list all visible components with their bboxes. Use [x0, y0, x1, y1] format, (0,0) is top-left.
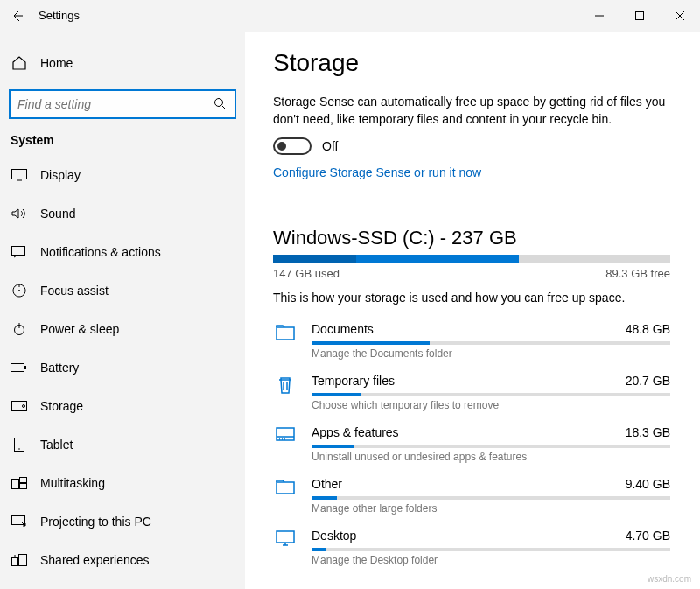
- category-size: 4.70 GB: [626, 529, 670, 543]
- notifications-icon: [10, 246, 28, 258]
- category-fill: [312, 341, 430, 345]
- documents-icon: [273, 324, 298, 360]
- drive-title: Windows-SSD (C:) - 237 GB: [273, 227, 670, 249]
- display-icon: [10, 169, 28, 181]
- focus-assist-icon: [10, 283, 28, 298]
- desktop-icon: [273, 530, 298, 566]
- svg-point-9: [23, 405, 25, 408]
- arrow-left-icon: [10, 9, 24, 23]
- category-hint: Manage other large folders: [312, 502, 670, 515]
- tablet-icon: [10, 438, 28, 452]
- toggle-state-label: Off: [322, 139, 338, 153]
- category-name: Apps & features: [312, 425, 399, 439]
- sidebar-item-sound[interactable]: Sound: [0, 194, 245, 233]
- battery-icon: [10, 362, 28, 373]
- used-label: 147 GB used: [273, 267, 340, 280]
- category-bar: [312, 445, 670, 448]
- search-input[interactable]: [18, 97, 214, 111]
- sidebar-item-projecting[interactable]: Projecting to this PC: [0, 502, 245, 541]
- sidebar-item-shared-experiences[interactable]: Shared experiences: [0, 541, 245, 579]
- svg-rect-19: [276, 428, 294, 440]
- sidebar-item-label: Display: [40, 168, 80, 182]
- close-button[interactable]: [660, 0, 700, 32]
- category-hint: Choose which temporary files to remove: [312, 399, 670, 411]
- svg-rect-14: [20, 484, 27, 489]
- category-fill: [312, 548, 326, 551]
- svg-rect-8: [12, 402, 27, 411]
- search-container: [9, 89, 236, 119]
- sidebar-item-label: Focus assist: [40, 284, 108, 298]
- main-panel: Storage Storage Sense can automatically …: [245, 32, 700, 589]
- sidebar-item-label: Tablet: [40, 438, 73, 452]
- drive-usage-bar: [273, 255, 670, 263]
- category-fill: [312, 496, 337, 500]
- sidebar-item-label: Projecting to this PC: [40, 515, 151, 529]
- sidebar-item-label: Notifications & actions: [40, 245, 161, 259]
- home-button[interactable]: Home: [0, 44, 245, 82]
- sidebar-item-power-sleep[interactable]: Power & sleep: [0, 310, 245, 348]
- category-temporary-files[interactable]: Temporary files 20.7 GB Choose which tem…: [273, 368, 670, 420]
- trash-icon: [273, 375, 298, 411]
- drive-usage-subfill: [273, 255, 356, 263]
- category-desktop[interactable]: Desktop 4.70 GB Manage the Desktop folde…: [273, 523, 670, 575]
- svg-rect-2: [12, 170, 27, 179]
- category-other[interactable]: Other 9.40 GB Manage other large folders: [273, 472, 670, 523]
- free-label: 89.3 GB free: [606, 267, 670, 280]
- svg-point-1: [215, 98, 223, 106]
- sidebar-item-battery[interactable]: Battery: [0, 348, 245, 387]
- category-bar: [312, 393, 670, 396]
- sidebar-item-notifications[interactable]: Notifications & actions: [0, 233, 245, 271]
- category-hint: Manage the Desktop folder: [312, 554, 670, 566]
- sound-icon: [10, 207, 28, 220]
- nav-list: Display Sound Notifications & actions Fo…: [0, 156, 245, 579]
- sidebar-item-display[interactable]: Display: [0, 156, 245, 194]
- category-bar: [312, 341, 670, 345]
- maximize-button[interactable]: [620, 0, 660, 32]
- sidebar-item-label: Shared experiences: [40, 553, 150, 567]
- sidebar-item-focus-assist[interactable]: Focus assist: [0, 271, 245, 310]
- configure-storage-sense-link[interactable]: Configure Storage Sense or run it now: [273, 165, 670, 179]
- svg-rect-7: [24, 366, 26, 369]
- category-documents[interactable]: Documents 48.8 GB Manage the Documents f…: [273, 317, 670, 368]
- toggle-knob: [277, 142, 286, 151]
- sidebar-item-label: Multitasking: [40, 476, 105, 490]
- svg-rect-21: [276, 531, 294, 543]
- folder-icon: [273, 479, 298, 515]
- storage-sense-description: Storage Sense can automatically free up …: [273, 93, 670, 129]
- category-bar: [312, 496, 670, 500]
- category-apps-features[interactable]: Apps & features 18.3 GB Uninstall unused…: [273, 420, 670, 472]
- category-fill: [312, 445, 354, 448]
- category-name: Desktop: [312, 529, 356, 543]
- category-size: 48.8 GB: [626, 322, 670, 336]
- sidebar-item-label: Battery: [40, 361, 79, 375]
- category-bar: [312, 548, 670, 551]
- sidebar-item-label: Sound: [40, 207, 75, 221]
- sidebar-item-multitasking[interactable]: Multitasking: [0, 464, 245, 502]
- minimize-button[interactable]: [579, 0, 620, 32]
- category-hint: Manage the Documents folder: [312, 347, 670, 360]
- category-name: Other: [312, 477, 342, 491]
- storage-sense-toggle[interactable]: [273, 137, 312, 155]
- search-icon: [214, 97, 228, 112]
- category-size: 18.3 GB: [626, 425, 670, 439]
- sidebar-item-label: Storage: [40, 399, 83, 413]
- home-icon: [10, 55, 28, 71]
- category-hint: Uninstall unused or undesired apps & fea…: [312, 451, 670, 463]
- search-box[interactable]: [9, 89, 236, 119]
- back-button[interactable]: [0, 9, 35, 23]
- svg-rect-12: [12, 480, 19, 489]
- category-fill: [312, 393, 361, 396]
- power-icon: [10, 322, 28, 336]
- svg-rect-13: [20, 478, 27, 483]
- svg-rect-20: [276, 482, 294, 494]
- window-title: Settings: [35, 9, 80, 22]
- svg-rect-6: [11, 364, 24, 372]
- sidebar-item-tablet[interactable]: Tablet: [0, 425, 245, 464]
- sidebar-item-label: Power & sleep: [40, 322, 119, 336]
- svg-rect-17: [12, 558, 18, 566]
- page-title: Storage: [273, 49, 670, 77]
- svg-point-4: [18, 290, 20, 291]
- sidebar-item-storage[interactable]: Storage: [0, 387, 245, 425]
- category-size: 9.40 GB: [626, 477, 670, 491]
- category-name: Documents: [312, 322, 374, 336]
